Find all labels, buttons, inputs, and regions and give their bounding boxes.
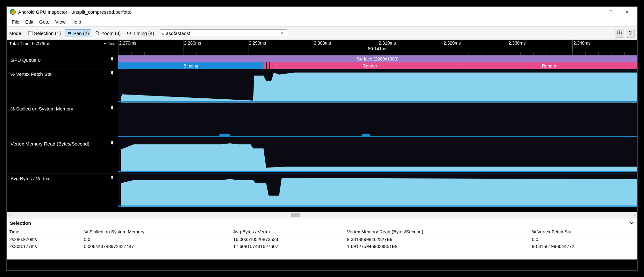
- close-button[interactable]: ✕: [623, 9, 632, 15]
- track-sys-mem-stall: % Stalled on System Memory: [7, 104, 637, 138]
- window-title: Android GPU Inspector - unsplit_compress…: [18, 9, 132, 15]
- mode-zoom-button[interactable]: Zoom (3): [93, 30, 123, 37]
- scale-indicator: ⌐2ms: [104, 41, 115, 46]
- selection-icon: [28, 31, 33, 36]
- gpu-render1-segment[interactable]: Render: [279, 62, 461, 69]
- selection-panel: Selection Time % Stalled on System Memor…: [7, 218, 637, 259]
- pan-icon: [67, 31, 72, 36]
- track-vertex-stall-label: % Vertex Fetch Stall: [11, 71, 54, 77]
- maximize-button[interactable]: ☐: [606, 9, 615, 15]
- timing-icon: [126, 31, 132, 36]
- mode-timing-label: Timing (4): [133, 31, 154, 36]
- gpu-queue-content[interactable]: Surface (2280x1080) Binning Render Rende…: [118, 55, 637, 69]
- gpu-surface-bar[interactable]: Surface (2280x1080): [118, 55, 637, 62]
- menu-edit[interactable]: Edit: [23, 18, 36, 25]
- footer-spacer: [7, 259, 637, 270]
- gpu-gap-segment[interactable]: [263, 62, 279, 69]
- pin-icon[interactable]: [110, 176, 114, 181]
- range-label: 80.141ms: [118, 46, 637, 51]
- mode-label: Mode:: [9, 31, 23, 36]
- mode-pan-button[interactable]: Pan (2): [65, 29, 91, 37]
- total-time-label: Total Time: 5s079ms: [9, 41, 50, 46]
- svg-line-2: [98, 34, 99, 35]
- toolbar: Mode: Selection (1) Pan (2) Zoom (3) Tim…: [7, 26, 637, 40]
- menu-goto[interactable]: Goto: [37, 18, 52, 25]
- col-sysmem[interactable]: % Stalled on System Memory: [81, 228, 231, 236]
- track-sysmem-label: % Stalled on System Memory: [11, 106, 73, 111]
- pin-icon[interactable]: [110, 106, 114, 111]
- table-header-row: Time % Stalled on System Memory Avg Byte…: [7, 228, 637, 236]
- gpu-binning-segment[interactable]: Binning: [118, 62, 263, 69]
- col-avgbytes[interactable]: Avg Bytes / Vertex: [231, 228, 344, 236]
- menu-file[interactable]: File: [9, 18, 22, 25]
- track-gpu-label: GPU Queue 0: [11, 57, 40, 63]
- mode-selection-label: Selection (1): [34, 31, 61, 36]
- titlebar: Android GPU Inspector - unsplit_compress…: [7, 7, 637, 17]
- menubar: File Edit Goto View Help: [7, 17, 637, 26]
- scroll-thumb[interactable]: [291, 213, 300, 217]
- mode-selection-button[interactable]: Selection (1): [26, 30, 63, 37]
- track-vmr-label: Vertex Memory Read (Bytes/Second): [11, 141, 89, 146]
- mode-zoom-label: Zoom (3): [101, 31, 121, 36]
- pin-icon[interactable]: [110, 57, 114, 63]
- avgbytes-chart[interactable]: [118, 174, 637, 208]
- search-clear-button[interactable]: ×: [280, 30, 285, 36]
- track-vtx-mem-read: Vertex Memory Read (Bytes/Second): [7, 139, 637, 174]
- col-time[interactable]: Time: [7, 228, 81, 236]
- minimize-button[interactable]: ─: [590, 9, 598, 15]
- svg-point-1: [96, 32, 98, 34]
- search-box[interactable]: ⌕ ×: [160, 29, 287, 37]
- pin-icon[interactable]: [110, 141, 114, 146]
- table-row[interactable]: 2s286.970ms 0.0 16.003510520873533 9.331…: [7, 236, 637, 243]
- search-input[interactable]: [166, 31, 280, 36]
- scroll-left-arrow[interactable]: ‹: [9, 213, 10, 217]
- scroll-right-arrow[interactable]: ›: [634, 213, 635, 217]
- info-button[interactable]: ⓘ: [615, 29, 624, 38]
- ruler-ticks[interactable]: 2,270ms 2,280ms 2,290ms 2,300ms 2,310ms …: [118, 40, 637, 55]
- vertex-stall-chart[interactable]: [118, 69, 637, 104]
- track-avg-bytes: Avg Bytes / Vertex: [7, 174, 637, 208]
- pin-icon[interactable]: [110, 71, 114, 77]
- mode-timing-button[interactable]: Timing (4): [125, 30, 156, 37]
- ruler: Total Time: 5s079ms ⌐2ms 2,270ms 2,280ms…: [7, 40, 637, 55]
- collapse-icon[interactable]: [629, 220, 634, 226]
- menu-view[interactable]: View: [53, 18, 68, 25]
- col-vfs[interactable]: % Vertex Fetch Stall: [529, 228, 637, 236]
- track-gpu-queue: GPU Queue 0 Surface (2280x1080) Binning …: [7, 55, 637, 69]
- mode-pan-label: Pan (2): [73, 31, 89, 36]
- app-window: Android GPU Inspector - unsplit_compress…: [6, 6, 638, 271]
- gpu-render2-segment[interactable]: Render: [461, 62, 637, 69]
- sysmem-chart[interactable]: [118, 104, 637, 138]
- search-icon: ⌕: [162, 31, 165, 36]
- selection-title: Selection: [10, 220, 31, 226]
- svg-rect-0: [28, 31, 32, 35]
- track-vertex-stall: % Vertex Fetch Stall: [7, 69, 637, 104]
- app-icon: [10, 9, 16, 15]
- col-vmr[interactable]: Vertex Memory Read (Bytes/Second): [344, 228, 529, 236]
- timeline: Total Time: 5s079ms ⌐2ms 2,270ms 2,280ms…: [7, 40, 637, 212]
- selection-table: Time % Stalled on System Memory Avg Byte…: [7, 228, 637, 250]
- help-button[interactable]: ?: [626, 29, 635, 38]
- vmr-chart[interactable]: [118, 139, 637, 174]
- track-avgbytes-label: Avg Bytes / Vertex: [11, 176, 49, 181]
- zoom-icon: [95, 31, 100, 36]
- horizontal-scrollbar[interactable]: ‹ ›: [7, 212, 637, 218]
- table-row[interactable]: 2s308.177ms 0.006443783972427447 17.6081…: [7, 243, 637, 250]
- menu-help[interactable]: Help: [69, 18, 84, 25]
